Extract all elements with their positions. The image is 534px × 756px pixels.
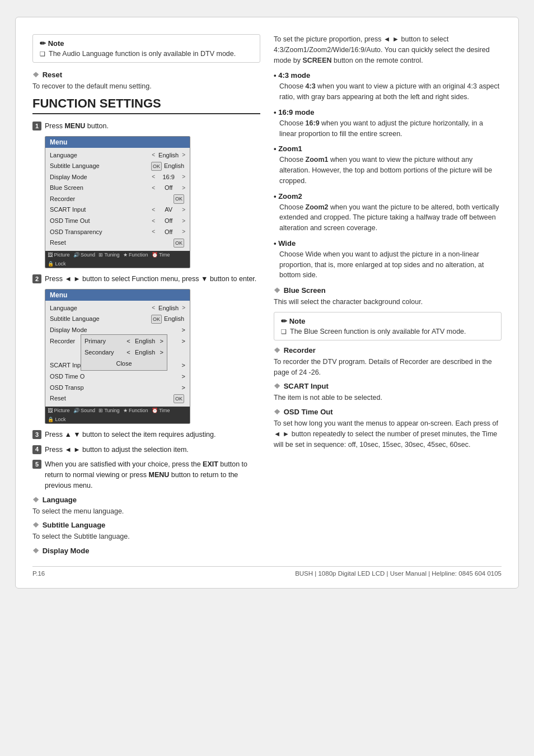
mode-43: 4:3 mode Choose 4:3 when you want to vie… xyxy=(274,71,502,102)
recorder-section-body: To recorder the DTV program. Details of … xyxy=(274,357,502,378)
mode-43-body: Choose 4:3 when you want to view a pictu… xyxy=(274,81,502,102)
scart-section-body: The item is not able to be selected. xyxy=(274,393,502,403)
menu-row-bluescreen: Blue Screen < Off > xyxy=(45,183,190,194)
mode-zoom2: Zoom2 Choose Zoom2 when you want the pic… xyxy=(274,192,502,234)
page: ✏ Note The Audio Language function is on… xyxy=(15,17,519,589)
bluescreen-section-body: This will select the character backgroun… xyxy=(274,297,502,307)
recorder-section-title: ❖ Recorder xyxy=(274,346,502,354)
step-num-1: 1 xyxy=(32,122,41,130)
mode-169-body: Choose 16:9 when you want to adjust the … xyxy=(274,118,502,139)
footer2-tuning: ⊞ Tuning xyxy=(99,408,120,413)
menu-row-subtitle: Subtitle Language OK English xyxy=(45,161,190,172)
function-settings-heading: FUNCTION SETTINGS xyxy=(32,96,260,114)
mode-43-title: 4:3 mode xyxy=(274,71,502,80)
menu-row-osdtimeout: OSD Time Out < Off > xyxy=(45,216,190,227)
note-title-1: ✏ Note xyxy=(40,39,253,48)
footer2-sound: 🔊 Sound xyxy=(73,408,96,413)
diamond-icon-bluescreen: ❖ xyxy=(274,286,283,295)
step-num-4: 4 xyxy=(32,445,41,454)
mode-zoom2-body: Choose Zoom2 when you want the picture t… xyxy=(274,202,502,234)
footer-lock: 🔒 Lock xyxy=(48,261,66,267)
step-num-2: 2 xyxy=(32,274,41,283)
menu-row-language: Language < English > xyxy=(45,150,190,161)
menu-footer-1: 🖼 Picture 🔊 Sound ⊞ Tuning ★ Function ⏰ … xyxy=(45,251,190,268)
note-box-2: ✏ Note The Blue Screen function is only … xyxy=(274,312,502,340)
note-item-2: The Blue Screen function is only availab… xyxy=(281,328,494,335)
step-num-3: 3 xyxy=(32,430,41,439)
step-text-5: When you are satisfied with your choice,… xyxy=(45,459,260,491)
footer-tuning: ⊞ Tuning xyxy=(99,252,120,258)
step-2: 2 Press ◄ ► button to select Function me… xyxy=(32,274,260,284)
menu-row-2-osdtrans: OSD Transp > xyxy=(45,382,190,394)
footer2-picture: 🖼 Picture xyxy=(48,408,70,413)
mode-169-title: 16:9 mode xyxy=(274,108,502,116)
language-section-body: To select the menu language. xyxy=(32,506,260,517)
menu-header-2: Menu xyxy=(45,290,190,301)
menu-row-2-reset: Reset OK xyxy=(45,393,190,404)
diamond-icon-recorder: ❖ xyxy=(274,346,283,354)
step-text-3: Press ▲ ▼ button to select the item requ… xyxy=(45,430,216,440)
bluescreen-section-title: ❖ Blue Screen xyxy=(274,286,502,295)
footer-sound: 🔊 Sound xyxy=(73,252,96,258)
mode-169: 16:9 mode Choose 16:9 when you want to a… xyxy=(274,108,502,139)
pencil-icon: ✏ xyxy=(40,39,48,48)
menu-content-1: Language < English > Subtitle Language O… xyxy=(45,148,190,251)
menu-row-displaymode: Display Mode < 16:9 > xyxy=(45,172,190,183)
menu-box-1: Menu Language < English > Subtitle Langu… xyxy=(45,136,190,268)
display-mode-intro: To set the picture proportion, press ◄ ►… xyxy=(274,34,502,66)
left-column: ✏ Note The Audio Language function is on… xyxy=(32,34,260,557)
right-column: To set the picture proportion, press ◄ ►… xyxy=(274,34,502,557)
footer-function: ★ Function xyxy=(123,252,148,258)
osd-section-title: ❖ OSD Time Out xyxy=(274,408,502,416)
step-text-4: Press ◄ ► button to adjust the selection… xyxy=(45,445,189,455)
reset-body: To recover to the default menu setting. xyxy=(32,81,260,92)
menu-box-2: Menu Language < English > Subtitle Langu… xyxy=(45,289,190,424)
menu-row-recorder: Recorder OK xyxy=(45,194,190,205)
step-3: 3 Press ▲ ▼ button to select the item re… xyxy=(32,430,260,440)
scart-section-title: ❖ SCART Input xyxy=(274,382,502,390)
footer-page-num: P.16 xyxy=(32,570,45,577)
mode-zoom2-title: Zoom2 xyxy=(274,192,502,200)
footer2-lock: 🔒 Lock xyxy=(48,417,66,422)
mode-wide: Wide Choose Wide when you want to adjust… xyxy=(274,239,502,281)
menu-row-2-osdtime: OSD Time O > xyxy=(45,371,190,382)
note-title-2: ✏ Note xyxy=(281,317,494,325)
footer2-function: ★ Function xyxy=(123,408,148,413)
subtitle-section-body: To select the Subtitle language. xyxy=(32,531,260,542)
step-text-2: Press ◄ ► button to select Function menu… xyxy=(45,274,256,284)
diamond-icon-osd: ❖ xyxy=(274,408,283,416)
note-box-1: ✏ Note The Audio Language function is on… xyxy=(32,34,260,63)
osd-section-body: To set how long you want the menus to ap… xyxy=(274,418,502,450)
mode-zoom1-title: Zoom1 xyxy=(274,144,502,153)
displaymode-section-title: ❖ Display Mode xyxy=(32,547,260,555)
page-footer: P.16 BUSH | 1080p Digital LED LCD | User… xyxy=(32,566,502,577)
mode-wide-body: Choose Wide when you want to adjust the … xyxy=(274,249,502,281)
menu-row-2-subtitle: Subtitle Language OK English xyxy=(45,314,190,325)
step-5: 5 When you are satisfied with your choic… xyxy=(32,459,260,491)
footer-picture: 🖼 Picture xyxy=(48,252,70,258)
menu-row-2-recorder: Recorder > Primary < English > xyxy=(45,335,190,360)
mode-zoom1: Zoom1 Choose Zoom1 when you want to view… xyxy=(274,144,502,186)
menu-row-2-language: Language < English > xyxy=(45,303,190,314)
diamond-icon-scart: ❖ xyxy=(274,382,283,390)
step-4: 4 Press ◄ ► button to adjust the selecti… xyxy=(32,445,260,455)
footer-time: ⏰ Time xyxy=(152,252,170,258)
diamond-icon-reset: ❖ xyxy=(32,71,41,79)
mode-wide-title: Wide xyxy=(274,239,502,248)
language-section-title: ❖ Language xyxy=(32,496,260,504)
menu-row-osdtransparency: OSD Transparency < Off > xyxy=(45,227,190,238)
menu-footer-2: 🖼 Picture 🔊 Sound ⊞ Tuning ★ Function ⏰ … xyxy=(45,407,190,423)
menu-content-2: Language < English > Subtitle Language O… xyxy=(45,301,190,407)
menu-row-reset: Reset OK xyxy=(45,237,190,249)
footer-product-info: BUSH | 1080p Digital LED LCD | User Manu… xyxy=(295,570,502,577)
menu-header-1: Menu xyxy=(45,137,190,148)
step-text-1: Press MENU button. xyxy=(45,121,109,132)
note-item-1: The Audio Language function is only avai… xyxy=(40,50,253,58)
subtitle-section-title: ❖ Subtitle Language xyxy=(32,521,260,529)
diamond-icon-displaymode: ❖ xyxy=(32,547,41,555)
footer2-time: ⏰ Time xyxy=(152,408,170,413)
diamond-icon-language: ❖ xyxy=(32,496,41,504)
step-1: 1 Press MENU button. xyxy=(32,121,260,132)
menu-row-scart: SCART Input < AV > xyxy=(45,204,190,216)
step-num-5: 5 xyxy=(32,460,41,469)
